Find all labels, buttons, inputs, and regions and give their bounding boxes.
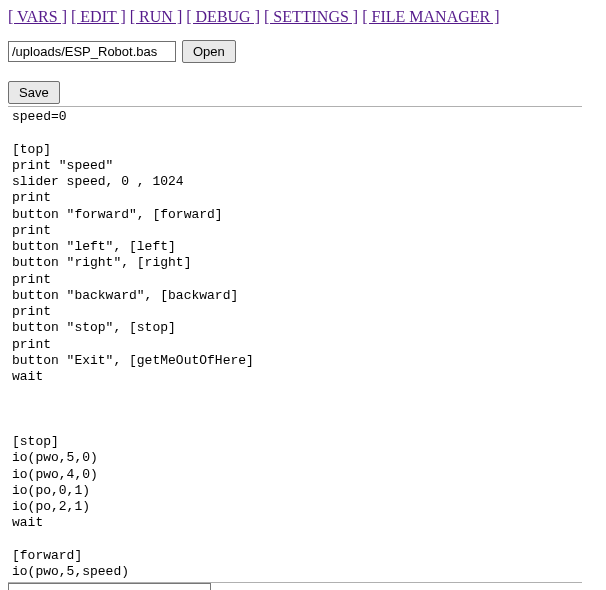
code-editor-frame: speed=0 [top] print "speed" slider speed… — [8, 106, 582, 583]
file-path-input[interactable] — [8, 41, 176, 62]
nav-edit-link[interactable]: [ EDIT ] — [71, 8, 126, 25]
top-nav: [ VARS ] [ EDIT ] [ RUN ] [ DEBUG ] [ SE… — [8, 8, 582, 26]
open-button[interactable]: Open — [182, 40, 236, 63]
code-editor[interactable]: speed=0 [top] print "speed" slider speed… — [8, 107, 582, 582]
save-button[interactable]: Save — [8, 81, 60, 104]
nav-vars-link[interactable]: [ VARS ] — [8, 8, 67, 25]
nav-settings-link[interactable]: [ SETTINGS ] — [264, 8, 358, 25]
file-open-row: Open — [8, 40, 582, 63]
nav-debug-link[interactable]: [ DEBUG ] — [186, 8, 260, 25]
nav-run-link[interactable]: [ RUN ] — [130, 8, 182, 25]
command-input[interactable] — [8, 583, 211, 590]
nav-filemanager-link[interactable]: [ FILE MANAGER ] — [362, 8, 499, 25]
